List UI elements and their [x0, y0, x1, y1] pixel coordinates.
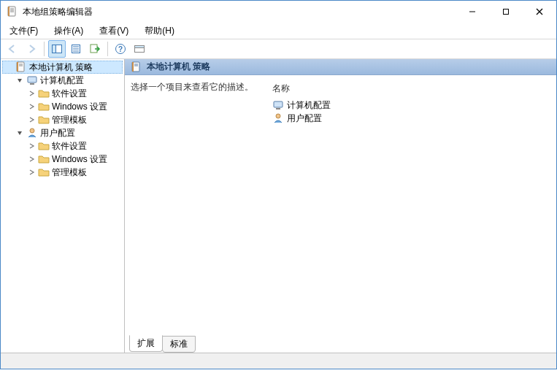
chevron-right-icon[interactable] — [27, 142, 36, 150]
list-item-label: 用户配置 — [287, 112, 322, 125]
title-bar: 本地组策略编辑器 — [1, 1, 556, 23]
folder-icon — [38, 88, 50, 99]
tree-admin-templates[interactable]: 管理模板 — [26, 166, 123, 179]
right-panel: 本地计算机 策略 选择一个项目来查看它的描述。 名称 — [125, 59, 556, 353]
list-item-user-config[interactable]: 用户配置 — [269, 112, 550, 125]
menu-file[interactable]: 文件(F) — [5, 23, 42, 39]
tree-label: 计算机配置 — [40, 74, 84, 87]
tree-label: 管理模板 — [52, 166, 87, 179]
chevron-right-icon[interactable] — [27, 89, 36, 98]
tree-label: 管理模板 — [52, 114, 87, 126]
svg-rect-19 — [135, 46, 145, 48]
svg-rect-21 — [17, 62, 18, 72]
list-item-label: 计算机配置 — [287, 99, 331, 112]
tree-panel: 本地计算机 策略 — [1, 59, 125, 353]
tab-label: 标准 — [170, 339, 188, 349]
close-button[interactable] — [523, 1, 556, 23]
tab-standard[interactable]: 标准 — [162, 336, 196, 353]
tree-software-settings[interactable]: 软件设置 — [26, 139, 123, 153]
result-header-title: 本地计算机 策略 — [147, 61, 210, 73]
tree-label: 软件设置 — [52, 88, 87, 100]
svg-text:?: ? — [118, 45, 123, 53]
work-area: 本地计算机 策略 — [1, 59, 556, 353]
chevron-right-icon[interactable] — [27, 155, 36, 164]
policy-doc-icon — [15, 61, 27, 73]
export-list-button[interactable] — [86, 40, 104, 58]
navigation-tree[interactable]: 本地计算机 策略 — [2, 61, 123, 179]
toolbar: ? — [1, 39, 556, 59]
description-text: 选择一个项目来查看它的描述。 — [131, 82, 253, 92]
chevron-down-icon[interactable] — [15, 128, 24, 137]
chevron-right-icon[interactable] — [27, 102, 36, 111]
user-icon — [272, 112, 284, 124]
computer-icon — [26, 74, 38, 86]
list-pane: 名称 计算机配置 — [269, 81, 550, 336]
toolbar-separator — [44, 42, 45, 56]
folder-icon — [38, 153, 50, 165]
chevron-right-icon[interactable] — [27, 115, 36, 124]
list-item-computer-config[interactable]: 计算机配置 — [269, 99, 550, 112]
svg-rect-28 — [132, 62, 134, 72]
properties-button[interactable] — [67, 40, 85, 58]
folder-icon — [38, 101, 50, 112]
svg-rect-32 — [276, 108, 280, 109]
app-icon — [7, 6, 18, 18]
filter-button[interactable] — [131, 40, 148, 58]
tree-label: 用户配置 — [40, 127, 75, 139]
toolbar-separator — [107, 42, 108, 56]
show-hide-tree-button[interactable] — [48, 40, 66, 58]
menu-help[interactable]: 帮助(H) — [140, 23, 179, 39]
svg-rect-25 — [30, 83, 34, 85]
tab-extended[interactable]: 扩展 — [129, 335, 163, 352]
user-icon — [26, 127, 38, 139]
chevron-right-icon[interactable] — [27, 168, 36, 177]
window-title: 本地组策略编辑器 — [23, 6, 93, 18]
svg-rect-31 — [274, 101, 283, 107]
svg-rect-24 — [28, 77, 37, 82]
window-controls — [456, 1, 556, 23]
column-header-name[interactable]: 名称 — [269, 81, 550, 96]
svg-rect-6 — [504, 9, 509, 15]
svg-rect-10 — [53, 45, 56, 53]
svg-rect-1 — [8, 7, 9, 16]
tree-admin-templates[interactable]: 管理模板 — [26, 113, 123, 126]
result-header: 本地计算机 策略 — [125, 59, 556, 75]
maximize-button[interactable] — [489, 1, 523, 23]
forward-button[interactable] — [23, 40, 40, 58]
minimize-button[interactable] — [456, 1, 489, 23]
back-button[interactable] — [4, 40, 21, 58]
tree-label: 软件设置 — [52, 140, 87, 153]
tree-windows-settings[interactable]: Windows 设置 — [26, 153, 123, 166]
menu-view[interactable]: 查看(V) — [95, 23, 133, 39]
list-items: 计算机配置 用户配置 — [269, 96, 550, 125]
tree-label: Windows 设置 — [52, 153, 107, 166]
menu-bar: 文件(F) 操作(A) 查看(V) 帮助(H) — [1, 23, 556, 39]
chevron-down-icon[interactable] — [15, 76, 24, 85]
folder-icon — [38, 140, 50, 152]
gpedit-window: 本地组策略编辑器 文件(F) 操作(A) 查看(V) 帮助(H) — [0, 0, 557, 369]
tree-user-config[interactable]: 用户配置 — [14, 126, 123, 139]
svg-point-33 — [276, 114, 280, 118]
svg-point-26 — [30, 128, 34, 133]
tree-label: Windows 设置 — [52, 101, 107, 113]
tabs-row: 扩展 标准 — [125, 335, 556, 353]
column-header-label: 名称 — [272, 82, 290, 95]
description-pane: 选择一个项目来查看它的描述。 — [131, 81, 269, 336]
folder-icon — [38, 166, 50, 178]
menu-action[interactable]: 操作(A) — [50, 23, 88, 39]
tree-software-settings[interactable]: 软件设置 — [26, 87, 123, 100]
tree-root[interactable]: 本地计算机 策略 — [2, 61, 123, 74]
help-button[interactable]: ? — [112, 40, 129, 58]
status-bar — [1, 353, 556, 369]
tree-root-label: 本地计算机 策略 — [29, 61, 93, 74]
tab-label: 扩展 — [137, 338, 155, 348]
folder-icon — [38, 114, 50, 126]
tree-computer-config[interactable]: 计算机配置 — [14, 74, 123, 87]
tree-windows-settings[interactable]: Windows 设置 — [26, 100, 123, 113]
computer-icon — [272, 99, 284, 111]
policy-doc-icon — [131, 61, 142, 73]
content-area: 选择一个项目来查看它的描述。 名称 — [125, 75, 556, 336]
